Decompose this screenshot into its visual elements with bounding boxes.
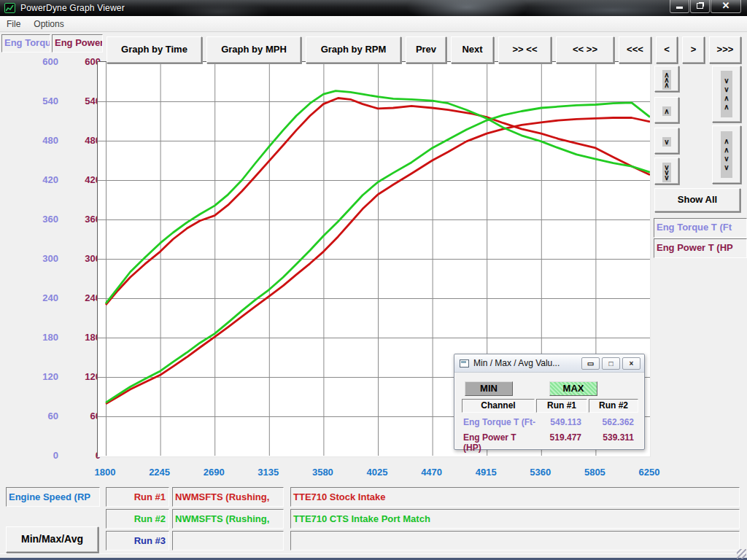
run-file-box-2[interactable]: NWMSFTS (Rushing, — [172, 509, 284, 529]
run-file-box-3[interactable] — [172, 531, 284, 551]
ytick-torque-300: 300 — [23, 253, 58, 265]
chevron-triple-up-icon: ∧∧∧ — [662, 70, 670, 90]
ytick-power-480: 480 — [66, 135, 101, 147]
menu-options[interactable]: Options — [27, 17, 70, 31]
channel-box-power[interactable]: Eng Power T (HP — [654, 238, 747, 258]
ytick-torque-420: 420 — [23, 174, 58, 186]
minimize-button[interactable] — [670, 0, 689, 13]
toolbar-button-4[interactable]: Prev — [406, 36, 446, 63]
ytick-power-60: 60 — [66, 411, 101, 422]
minmax-row-channel: Eng Torque T (Ft- — [463, 417, 536, 428]
ytick-torque-540: 540 — [23, 96, 58, 107]
chevrons-down-up-icon: ∨∨∧∧ — [721, 71, 732, 117]
run-label-box-1[interactable]: Run #1 — [106, 487, 169, 507]
toolbar-button-9[interactable]: < — [656, 36, 678, 63]
xtick-4915: 4915 — [464, 467, 508, 478]
chevron-down-icon: ∨ — [662, 137, 670, 147]
ytick-power-240: 240 — [66, 292, 101, 304]
run-description-box-3[interactable] — [290, 531, 740, 551]
powerdyne-window: PowerDyne Graph Viewer ✕ FileOptions Eng… — [0, 0, 747, 560]
chevron-triple-down-button[interactable]: ∨∨∨ — [654, 158, 679, 184]
minmax-window-icon — [460, 359, 469, 368]
app-icon — [4, 3, 15, 13]
toolbar-button-8[interactable]: <<< — [619, 36, 651, 63]
xtick-2690: 2690 — [192, 467, 236, 478]
minmax-maximize-button[interactable]: □ — [602, 357, 620, 370]
xtick-3580: 3580 — [301, 467, 344, 478]
run-description-box-2[interactable]: TTE710 CTS Intake Port Match — [290, 509, 740, 529]
xtick-2245: 2245 — [138, 467, 182, 478]
channel-box-power-label: Eng Power T (HP — [657, 242, 733, 253]
chevrons-up-down-button[interactable]: ∧∧∨∨ — [712, 125, 741, 184]
ytick-torque-0: 0 — [23, 450, 58, 462]
chevron-triple-down-icon: ∨∨∨ — [662, 163, 670, 182]
run-label-box-2[interactable]: Run #2 — [106, 509, 169, 529]
channel-box-torque[interactable]: Eng Torque T (Ft — [654, 218, 747, 238]
channel-box-torque-label: Eng Torque T (Ft — [657, 222, 732, 233]
title-bar[interactable]: PowerDyne Graph Viewer ✕ — [0, 0, 747, 16]
minmax-avg-button[interactable]: Min/Max/Avg — [6, 526, 98, 553]
x-channel-box[interactable]: Engine Speed (RP — [6, 487, 100, 507]
minmax-row-run2-value: 539.311 — [589, 432, 634, 443]
ytick-power-360: 360 — [66, 214, 101, 225]
chevron-down-button[interactable]: ∨ — [654, 128, 679, 154]
min-tab-button[interactable]: MIN — [465, 381, 513, 396]
minmax-window-title: Min / Max / Avg Valu... — [473, 358, 560, 368]
minmax-header-run-2[interactable]: Run #2 — [589, 399, 638, 413]
xtick-5805: 5805 — [573, 467, 616, 478]
toolbar-button-6[interactable]: >> << — [498, 36, 551, 63]
chevron-up-button[interactable]: ∧ — [654, 97, 679, 123]
ytick-torque-180: 180 — [23, 332, 58, 343]
resize-grip-icon[interactable] — [737, 549, 746, 559]
menu-file[interactable]: File — [0, 17, 27, 31]
ytick-torque-120: 120 — [23, 371, 58, 383]
close-button[interactable]: ✕ — [711, 0, 741, 13]
run-file-box-1[interactable]: NWMSFTS (Rushing, — [172, 487, 284, 507]
xtick-4470: 4470 — [410, 467, 454, 478]
toolbar-button-2[interactable]: Graph by MPH — [206, 36, 301, 63]
minmax-header-channel[interactable]: Channel — [462, 399, 535, 413]
xtick-1800: 1800 — [83, 467, 127, 478]
torque-axis-box[interactable]: Eng Torque — [1, 34, 50, 52]
ytick-torque-600: 600 — [23, 56, 58, 68]
toolbar-button-10[interactable]: > — [682, 36, 705, 63]
xtick-6250: 6250 — [627, 467, 671, 478]
ytick-power-120: 120 — [66, 371, 101, 383]
maximize-button[interactable] — [690, 0, 710, 13]
x-channel-label: Engine Speed (RP — [7, 491, 90, 502]
minmax-row-run1-value: 549.113 — [536, 417, 581, 428]
chevrons-down-up-button[interactable]: ∨∨∧∧ — [712, 66, 741, 122]
minmax-row-channel: Eng Power T (HP) — [463, 432, 536, 443]
ytick-power-180: 180 — [66, 332, 101, 343]
max-tab-button[interactable]: MAX — [549, 381, 597, 396]
ytick-torque-360: 360 — [23, 214, 58, 225]
ytick-torque-60: 60 — [23, 411, 58, 422]
minmax-minimize-button[interactable]: ▭ — [581, 357, 600, 370]
minmax-close-button[interactable]: × — [622, 357, 640, 370]
power-axis-box[interactable]: Eng Power — [52, 34, 103, 52]
chevron-up-icon: ∧ — [662, 106, 670, 116]
minmax-window-titlebar[interactable]: Min / Max / Avg Valu... ▭ □ × — [454, 354, 644, 373]
toolbar-button-7[interactable]: << >> — [556, 36, 614, 63]
chevrons-up-down-icon: ∧∧∨∨ — [721, 131, 732, 178]
show-all-button[interactable]: Show All — [654, 188, 740, 212]
ytick-power-0: 0 — [66, 450, 101, 462]
minmax-row-run2-value: 562.362 — [589, 417, 634, 428]
toolbar-button-3[interactable]: Graph by RPM — [306, 36, 401, 63]
menu-bar: FileOptions — [0, 16, 747, 32]
ytick-torque-240: 240 — [23, 292, 58, 304]
minmax-row-run1-value: 519.477 — [536, 432, 581, 443]
toolbar-button-1[interactable]: Graph by Time — [107, 36, 202, 63]
ytick-power-300: 300 — [66, 253, 101, 265]
minmax-header-run-1[interactable]: Run #1 — [536, 399, 587, 413]
minmax-avg-window[interactable]: Min / Max / Avg Valu... ▭ □ × MIN MAX Ch… — [454, 354, 645, 450]
xtick-5360: 5360 — [519, 467, 562, 478]
toolbar-button-11[interactable]: >>> — [709, 36, 741, 63]
xtick-3135: 3135 — [247, 467, 290, 478]
toolbar-button-5[interactable]: Next — [451, 36, 494, 63]
run-description-box-1[interactable]: TTE710 Stock Intake — [290, 487, 740, 507]
ytick-torque-480: 480 — [23, 135, 58, 147]
chevron-triple-up-button[interactable]: ∧∧∧ — [654, 66, 679, 92]
ytick-power-540: 540 — [66, 96, 101, 107]
run-label-box-3[interactable]: Run #3 — [106, 531, 169, 551]
